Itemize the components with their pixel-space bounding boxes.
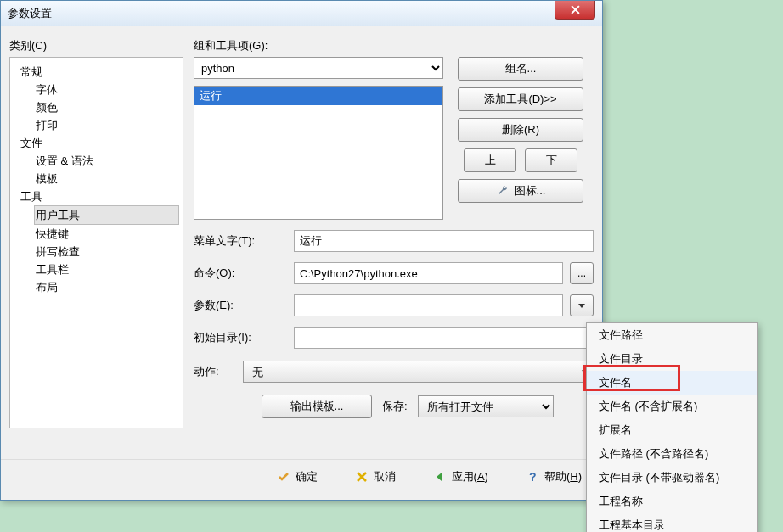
tool-list-item[interactable]: 运行 bbox=[194, 87, 442, 105]
tool-panel: 组和工具项(G): python 运行 组名... 添加工具(D)>> 删除(R… bbox=[194, 38, 594, 451]
tree-item[interactable]: 工具栏 bbox=[34, 260, 179, 278]
delete-button[interactable]: 删除(R) bbox=[458, 118, 583, 142]
popup-menu-item[interactable]: 文件名 (不含扩展名) bbox=[587, 395, 757, 418]
question-icon: ? bbox=[526, 470, 539, 484]
close-button[interactable] bbox=[555, 1, 595, 20]
popup-menu-item[interactable]: 文件目录 (不带驱动器名) bbox=[587, 466, 757, 490]
save-select[interactable]: 所有打开文件 bbox=[418, 395, 554, 417]
group-label: 组和工具项(G): bbox=[194, 38, 594, 53]
tree-group-label[interactable]: 文件 bbox=[19, 134, 179, 152]
popup-menu-item[interactable]: 文件路径 (不含路径名) bbox=[587, 442, 757, 466]
popup-menu-item[interactable]: 工程基本目录 bbox=[587, 513, 757, 532]
apply-button[interactable]: 应用(A) bbox=[433, 469, 488, 484]
menu-text-input[interactable] bbox=[294, 230, 594, 252]
category-label: 类别(C) bbox=[9, 38, 183, 53]
move-up-button[interactable]: 上 bbox=[464, 148, 516, 172]
initdir-input[interactable] bbox=[294, 327, 594, 349]
close-icon bbox=[571, 5, 580, 14]
move-down-button[interactable]: 下 bbox=[525, 148, 577, 172]
argument-input[interactable] bbox=[294, 294, 563, 316]
cancel-button[interactable]: 取消 bbox=[355, 469, 396, 484]
category-tree[interactable]: 常规字体颜色打印文件设置 & 语法模板工具用户工具快捷键拼写检查工具栏布局 bbox=[9, 57, 183, 428]
popup-menu-item[interactable]: 扩展名 bbox=[587, 418, 757, 442]
tree-item[interactable]: 布局 bbox=[34, 278, 179, 296]
icon-button[interactable]: 图标... bbox=[458, 179, 583, 203]
tree-item[interactable]: 用户工具 bbox=[34, 205, 179, 225]
tree-item[interactable]: 打印 bbox=[34, 116, 179, 134]
command-input[interactable] bbox=[294, 262, 563, 284]
x-icon bbox=[355, 470, 369, 484]
titlebar: 参数设置 bbox=[1, 1, 602, 26]
window-title: 参数设置 bbox=[8, 6, 52, 21]
tree-item[interactable]: 快捷键 bbox=[34, 225, 179, 243]
tree-item[interactable]: 拼写检查 bbox=[34, 243, 179, 260]
argument-label: 参数(E): bbox=[194, 298, 287, 313]
action-label: 动作: bbox=[194, 364, 234, 379]
dialog-button-bar: 确定 取消 应用(A) ? 帮助(H) bbox=[1, 459, 602, 493]
tree-item[interactable]: 模板 bbox=[34, 170, 179, 188]
popup-menu-item[interactable]: 工程名称 bbox=[587, 490, 757, 513]
popup-menu-item[interactable]: 文件目录 bbox=[587, 347, 757, 371]
add-tool-button[interactable]: 添加工具(D)>> bbox=[458, 87, 583, 111]
tool-list[interactable]: 运行 bbox=[194, 86, 443, 220]
save-label: 保存: bbox=[382, 399, 408, 414]
menu-text-label: 菜单文字(T): bbox=[194, 233, 287, 249]
action-select[interactable]: 无 bbox=[243, 361, 594, 383]
tree-item[interactable]: 设置 & 语法 bbox=[34, 152, 179, 170]
svg-text:?: ? bbox=[529, 470, 537, 484]
argument-popup-menu[interactable]: 文件路径文件目录文件名文件名 (不含扩展名)扩展名文件路径 (不含路径名)文件目… bbox=[586, 322, 758, 532]
arrow-left-icon bbox=[433, 470, 447, 484]
output-template-button[interactable]: 输出模板... bbox=[262, 395, 372, 418]
tree-group-label[interactable]: 工具 bbox=[19, 188, 179, 205]
help-button[interactable]: ? 帮助(H) bbox=[526, 469, 582, 484]
argument-dropdown-button[interactable] bbox=[570, 294, 594, 316]
popup-menu-item[interactable]: 文件名 bbox=[587, 371, 757, 395]
popup-menu-item[interactable]: 文件路径 bbox=[587, 323, 757, 347]
tree-item[interactable]: 颜色 bbox=[34, 98, 179, 116]
wrench-icon bbox=[496, 184, 510, 198]
initdir-label: 初始目录(I): bbox=[194, 330, 287, 345]
tree-item[interactable]: 字体 bbox=[34, 81, 179, 98]
command-label: 命令(O): bbox=[194, 266, 287, 281]
ok-button[interactable]: 确定 bbox=[277, 469, 318, 484]
chevron-down-icon bbox=[578, 304, 585, 308]
check-icon bbox=[277, 470, 290, 484]
tree-group-label[interactable]: 常规 bbox=[19, 63, 179, 81]
dialog-body: 类别(C) 常规字体颜色打印文件设置 & 语法模板工具用户工具快捷键拼写检查工具… bbox=[1, 26, 602, 451]
command-browse-button[interactable]: ... bbox=[570, 262, 594, 284]
group-name-button[interactable]: 组名... bbox=[458, 57, 583, 81]
settings-dialog: 参数设置 类别(C) 常规字体颜色打印文件设置 & 语法模板工具用户工具快捷键拼… bbox=[0, 0, 603, 501]
group-select[interactable]: python bbox=[194, 57, 443, 79]
category-panel: 类别(C) 常规字体颜色打印文件设置 & 语法模板工具用户工具快捷键拼写检查工具… bbox=[9, 38, 183, 451]
